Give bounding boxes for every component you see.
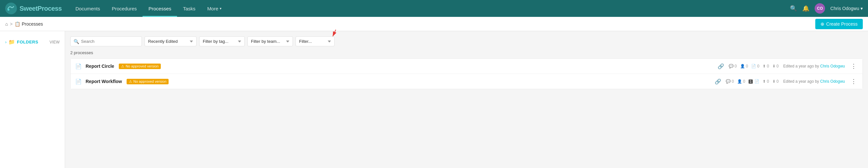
filter-bar: 🔍 Recently Edited Filter by tag... Filte…	[70, 36, 863, 46]
search-bar-icon: 🔍	[73, 39, 79, 44]
user-name-button[interactable]: Chris Odogwu ▾	[830, 6, 863, 11]
doc-stat-with-badge: 1 📄	[749, 79, 760, 84]
content-area: 🔍 Recently Edited Filter by tag... Filte…	[65, 31, 868, 168]
user-icon: 👤	[737, 79, 742, 84]
down-stat: ⬇ 0	[772, 64, 779, 69]
breadcrumb-separator: >	[10, 22, 12, 27]
down-stat: ⬇ 0	[772, 79, 779, 84]
navbar: SweetProcess Documents Procedures Proces…	[0, 0, 868, 17]
comment-icon: 💬	[726, 79, 731, 84]
search-icon[interactable]: 🔍	[790, 5, 797, 12]
filter-by-team[interactable]: Filter by team...	[247, 36, 293, 46]
doc-icon: 📄	[751, 64, 756, 69]
process-more-menu-button[interactable]: ⋮	[849, 78, 858, 85]
thumbdown-icon: ⬇	[772, 79, 776, 84]
create-plus-icon: ⊕	[820, 22, 825, 27]
process-count: 2 processes	[70, 50, 863, 55]
user-stat: 👤 0	[740, 64, 748, 69]
table-row: 📄 Report Circle ⚠ No approved version 🔗 …	[71, 59, 863, 74]
sidebar: › 📁 FOLDERS VIEW	[0, 31, 65, 168]
thumbdown-icon: ⬇	[772, 64, 776, 69]
up-stat: ⬆ 0	[763, 64, 769, 69]
arrow-annotation-wrapper: Filter...	[296, 36, 335, 46]
process-doc-icon: 📄	[75, 63, 82, 70]
folder-icon: 📁	[8, 39, 15, 45]
nav-links: Documents Procedures Processes Tasks Mor…	[70, 0, 790, 17]
edited-by-link[interactable]: Chris Odogwu	[820, 64, 845, 69]
process-meta: 🔗 💬 0 👤 0 📄 0	[718, 62, 858, 70]
no-approved-badge: ⚠ No approved version	[119, 64, 161, 69]
nav-more[interactable]: More ▾	[202, 0, 227, 17]
comment-stat: 💬 0	[726, 79, 734, 84]
process-doc-icon: 📄	[75, 79, 82, 85]
comment-stat: 💬 0	[729, 64, 737, 69]
user-icon: 👤	[740, 64, 745, 69]
process-name[interactable]: Report Circle	[86, 64, 114, 69]
thumbup-icon: ⬆	[763, 64, 766, 69]
no-approved-badge: ⚠ No approved version	[127, 79, 169, 84]
search-input[interactable]	[70, 36, 142, 46]
process-list: 📄 Report Circle ⚠ No approved version 🔗 …	[70, 58, 863, 89]
view-label[interactable]: VIEW	[50, 40, 60, 44]
process-name[interactable]: Report Workflow	[86, 79, 122, 84]
breadcrumb-bar: ⌂ > 📋 Processes ⊕ Create Process	[0, 17, 868, 31]
sidebar-folders-toggle[interactable]: › 📁 FOLDERS VIEW	[0, 36, 65, 48]
user-dropdown-arrow: ▾	[861, 6, 863, 11]
thumbup-icon: ⬆	[763, 79, 766, 84]
process-stats: 💬 0 👤 0 📄 0 ⬆ 0	[729, 64, 778, 69]
nav-right-actions: 🔍 🔔 CO Chris Odogwu ▾	[790, 3, 863, 14]
table-row: 📄 Report Workflow ⚠ No approved version …	[71, 74, 863, 89]
comment-icon: 💬	[729, 64, 734, 69]
processes-page-icon: 📋	[14, 22, 20, 27]
process-title-area: Report Circle ⚠ No approved version	[86, 64, 714, 69]
breadcrumb-current: 📋 Processes	[14, 22, 43, 27]
edited-by-link[interactable]: Chris Odogwu	[820, 79, 845, 84]
edited-text: Edited a year ago by Chris Odogwu	[783, 79, 845, 84]
nav-procedures[interactable]: Procedures	[106, 0, 143, 17]
more-dropdown-arrow: ▾	[220, 6, 222, 11]
warning-icon: ⚠	[121, 64, 124, 69]
create-process-button[interactable]: ⊕ Create Process	[815, 19, 863, 29]
warning-icon: ⚠	[129, 79, 132, 84]
search-input-wrap: 🔍	[70, 36, 142, 46]
link-icon[interactable]: 🔗	[715, 79, 721, 85]
svg-point-0	[5, 3, 17, 14]
doc-icon: 📄	[754, 79, 759, 84]
user-avatar: CO	[815, 3, 825, 14]
nav-documents[interactable]: Documents	[70, 0, 106, 17]
nav-processes[interactable]: Processes	[143, 0, 177, 17]
doc-stat: 📄 0	[751, 64, 759, 69]
link-icon[interactable]: 🔗	[718, 63, 724, 70]
process-more-menu-button[interactable]: ⋮	[849, 62, 858, 70]
nav-tasks[interactable]: Tasks	[177, 0, 201, 17]
breadcrumb: ⌂ > 📋 Processes	[5, 22, 43, 27]
filter-last[interactable]: Filter...	[296, 36, 335, 46]
doc-count-badge: 1	[749, 79, 753, 84]
home-icon[interactable]: ⌂	[5, 22, 8, 27]
filter-by-tag[interactable]: Filter by tag...	[199, 36, 245, 46]
process-stats: 💬 0 👤 0 1 📄 ⬆ 0	[726, 79, 778, 84]
user-stat: 👤 0	[737, 79, 745, 84]
process-title-area: Report Workflow ⚠ No approved version	[86, 79, 711, 84]
up-stat: ⬆ 0	[763, 79, 769, 84]
brand-text: SweetProcess	[20, 5, 62, 12]
bell-icon[interactable]: 🔔	[802, 5, 809, 12]
folders-label: FOLDERS	[17, 40, 48, 44]
edited-text: Edited a year ago by Chris Odogwu	[783, 64, 845, 69]
folders-chevron-icon: ›	[5, 40, 6, 44]
svg-point-1	[7, 9, 9, 11]
brand-logo[interactable]: SweetProcess	[5, 3, 62, 14]
process-meta: 🔗 💬 0 👤 0 1 📄	[715, 78, 858, 85]
recently-edited-filter[interactable]: Recently Edited	[145, 36, 196, 46]
main-layout: › 📁 FOLDERS VIEW 🔍 Recently Edited Filte…	[0, 31, 868, 168]
